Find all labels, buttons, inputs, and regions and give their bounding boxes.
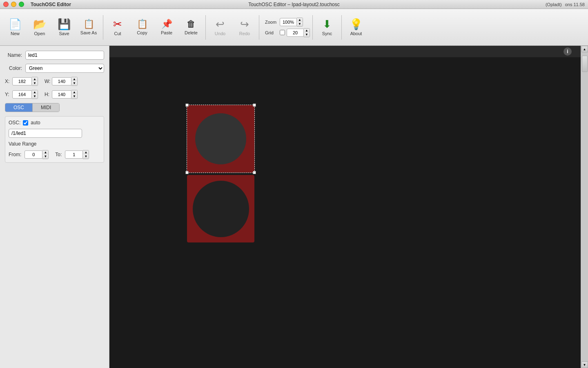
grid-input[interactable] (287, 29, 304, 37)
osc-auto-row: OSC: auto (9, 120, 100, 126)
save-as-button[interactable]: 📋 Save As (77, 11, 100, 43)
from-down-button[interactable]: ▼ (42, 155, 48, 159)
grid-checkbox[interactable] (280, 30, 285, 35)
scroll-up-button[interactable]: ▲ (581, 46, 588, 52)
x-input[interactable] (12, 77, 32, 85)
name-input[interactable] (25, 51, 104, 60)
h-up-button[interactable]: ▲ (71, 90, 77, 94)
to-stepper[interactable]: ▲ ▼ (65, 150, 89, 159)
w-stepper[interactable]: ▲ ▼ (52, 77, 78, 86)
paste-button[interactable]: 📌 Paste (155, 11, 178, 43)
osc-section: OSC: auto Value Range From: ▲ ▼ To: (5, 116, 104, 163)
y-stepper-buttons[interactable]: ▲ ▼ (32, 90, 38, 99)
zoom-stepper-buttons[interactable]: ▲ ▼ (297, 18, 303, 27)
y-up-button[interactable]: ▲ (32, 90, 38, 94)
left-panel: Name: Color: Green Red Blue Yellow Orang… (0, 46, 109, 368)
x-up-button[interactable]: ▲ (32, 77, 38, 81)
handle-bl[interactable] (185, 171, 189, 174)
scroll-track[interactable] (581, 52, 588, 361)
h-input[interactable] (52, 90, 71, 99)
to-stepper-buttons[interactable]: ▲ ▼ (83, 150, 89, 159)
grid-stepper[interactable]: ▲ ▼ (287, 28, 310, 37)
sync-icon: ⬇ (323, 19, 332, 29)
y-stepper[interactable]: ▲ ▼ (12, 90, 38, 99)
main-area: Name: Color: Green Red Blue Yellow Orang… (0, 46, 588, 368)
w-up-button[interactable]: ▲ (71, 77, 77, 81)
sync-button[interactable]: ⬇ Sync (315, 11, 339, 43)
save-label: Save (59, 31, 69, 36)
cut-label: Cut (114, 31, 121, 36)
grid-up-button[interactable]: ▲ (304, 29, 310, 33)
xw-row: X: ▲ ▼ W: ▲ ▼ (5, 77, 104, 86)
osc-auto-label: auto (31, 120, 40, 126)
w-stepper-buttons[interactable]: ▲ ▼ (71, 77, 78, 86)
x-group: X: ▲ ▼ (5, 77, 38, 86)
copy-button[interactable]: 📋 Copy (130, 11, 154, 43)
zoom-up-button[interactable]: ▲ (297, 18, 303, 22)
x-stepper-buttons[interactable]: ▲ ▼ (32, 77, 38, 86)
minimize-button[interactable] (11, 2, 16, 7)
to-down-button[interactable]: ▼ (83, 155, 89, 159)
h-stepper-buttons[interactable]: ▲ ▼ (71, 90, 78, 99)
w-down-button[interactable]: ▼ (71, 81, 77, 85)
right-scrollbar[interactable]: ▲ ▼ (581, 46, 588, 368)
canvas-area[interactable]: i (109, 46, 581, 368)
redo-button[interactable]: ↪ Redo (233, 11, 256, 43)
led-circle-1 (195, 113, 246, 164)
zoom-input[interactable] (280, 18, 297, 26)
color-select[interactable]: Green Red Blue Yellow Orange Purple Whit… (25, 64, 104, 73)
zoom-down-button[interactable]: ▼ (297, 22, 303, 26)
info-button[interactable]: i (564, 47, 572, 56)
from-stepper[interactable]: ▲ ▼ (24, 150, 49, 159)
new-button[interactable]: 📄 New (3, 11, 27, 43)
toolbar: 📄 New 📂 Open 💾 Save 📋 Save As ✂ Cut 📋 Co… (0, 9, 588, 46)
cut-button[interactable]: ✂ Cut (106, 11, 129, 43)
tab-midi[interactable]: MIDI (33, 103, 59, 112)
to-input[interactable] (65, 150, 83, 159)
grid-down-button[interactable]: ▼ (304, 33, 310, 37)
h-down-button[interactable]: ▼ (71, 94, 77, 99)
x-down-button[interactable]: ▼ (32, 81, 38, 85)
save-as-icon: 📋 (83, 20, 94, 29)
grid-stepper-buttons[interactable]: ▲ ▼ (304, 28, 310, 37)
led-widget-1[interactable] (187, 105, 254, 173)
redo-icon: ↪ (240, 19, 249, 29)
scroll-thumb[interactable] (582, 56, 588, 72)
toolbar-separator-3 (259, 15, 259, 40)
y-down-button[interactable]: ▼ (32, 94, 38, 99)
clock: ons 11.58 (565, 2, 585, 7)
window-controls[interactable] (3, 2, 24, 7)
delete-button[interactable]: 🗑 Delete (179, 11, 203, 43)
zoom-row: Zoom ▲ ▼ (265, 18, 303, 27)
about-button[interactable]: 💡 About (344, 11, 368, 43)
y-input[interactable] (12, 90, 32, 99)
led-widget-2[interactable] (187, 175, 254, 242)
from-up-button[interactable]: ▲ (42, 150, 48, 155)
from-stepper-buttons[interactable]: ▲ ▼ (42, 150, 49, 159)
tab-osc[interactable]: OSC (5, 103, 33, 112)
y-group: Y: ▲ ▼ (5, 90, 38, 99)
new-icon: 📄 (9, 19, 22, 29)
handle-br[interactable] (253, 171, 256, 174)
scroll-down-button[interactable]: ▼ (581, 361, 588, 368)
osc-midi-tabs[interactable]: OSC MIDI (5, 103, 60, 112)
x-stepper[interactable]: ▲ ▼ (12, 77, 38, 86)
zoom-stepper[interactable]: ▲ ▼ (280, 18, 303, 27)
save-button[interactable]: 💾 Save (52, 11, 76, 43)
paste-label: Paste (161, 30, 172, 35)
w-input[interactable] (52, 77, 71, 85)
value-range-label: Value Range (9, 141, 100, 147)
yh-row: Y: ▲ ▼ H: ▲ ▼ (5, 90, 104, 99)
handle-tr[interactable] (253, 103, 256, 107)
h-stepper[interactable]: ▲ ▼ (52, 90, 78, 99)
osc-auto-checkbox[interactable] (23, 120, 28, 126)
close-button[interactable] (3, 2, 9, 7)
undo-button[interactable]: ↩ Undo (208, 11, 232, 43)
from-label: From: (9, 152, 21, 157)
from-input[interactable] (24, 150, 42, 159)
osc-path-input[interactable] (9, 129, 82, 138)
handle-tl[interactable] (185, 103, 189, 107)
maximize-button[interactable] (19, 2, 24, 7)
to-up-button[interactable]: ▲ (83, 150, 89, 155)
open-button[interactable]: 📂 Open (28, 11, 51, 43)
